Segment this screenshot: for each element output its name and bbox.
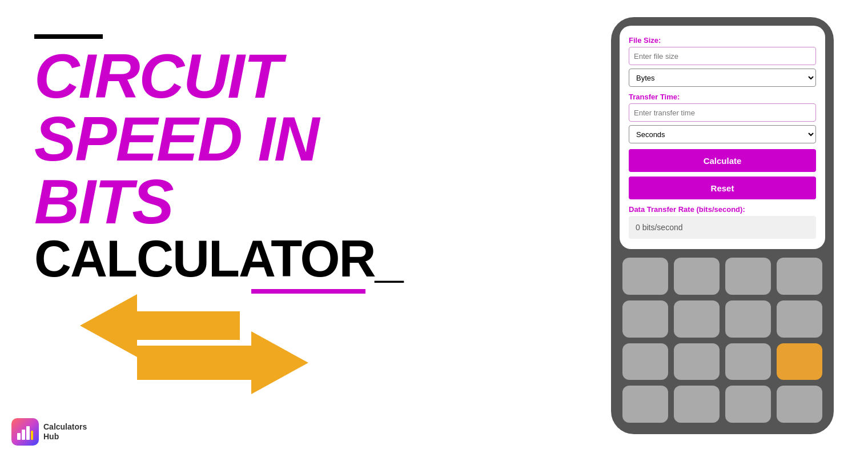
- arrow-right-icon: [137, 331, 308, 396]
- key-1[interactable]: [622, 258, 668, 295]
- svg-rect-4: [26, 426, 30, 440]
- key-9[interactable]: [622, 343, 668, 380]
- key-7[interactable]: [725, 300, 771, 338]
- svg-rect-3: [22, 430, 25, 440]
- key-2[interactable]: [674, 258, 720, 295]
- arrows-container: [80, 280, 343, 423]
- file-size-input[interactable]: [629, 47, 816, 65]
- logo-icon: [11, 418, 39, 446]
- top-black-line: [34, 34, 103, 39]
- left-section: CIRCUIT SPEED IN BITS CALCULATOR_: [34, 34, 463, 294]
- logo-name-line1: Calculators: [43, 422, 87, 432]
- key-5[interactable]: [622, 300, 668, 338]
- title-speed-in-bits: SPEED IN BITS: [34, 107, 463, 233]
- file-size-label: File Size:: [629, 36, 816, 45]
- key-6[interactable]: [674, 300, 720, 338]
- file-size-unit-select[interactable]: Bytes Kilobytes Megabytes Gigabytes Tera…: [629, 69, 816, 87]
- key-13[interactable]: [622, 386, 668, 423]
- key-4[interactable]: [777, 258, 822, 295]
- title-circuit: CIRCUIT: [34, 45, 463, 107]
- key-8[interactable]: [777, 300, 822, 338]
- result-value: 0 bits/second: [629, 216, 816, 239]
- calculator-device: File Size: Bytes Kilobytes Megabytes Gig…: [611, 17, 834, 434]
- logo-text: Calculators Hub: [43, 422, 87, 442]
- reset-button[interactable]: Reset: [629, 177, 816, 199]
- title-calculator: CALCULATOR_: [34, 233, 463, 284]
- logo-name-line2: Hub: [43, 432, 87, 442]
- svg-rect-5: [31, 431, 33, 440]
- key-14[interactable]: [674, 386, 720, 423]
- result-label: Data Transfer Rate (bits/second):: [629, 205, 816, 214]
- key-10[interactable]: [674, 343, 720, 380]
- keypad: [620, 255, 825, 426]
- calculate-button[interactable]: Calculate: [629, 149, 816, 172]
- key-11[interactable]: [725, 343, 771, 380]
- key-16[interactable]: [777, 386, 822, 423]
- logo: Calculators Hub: [11, 418, 87, 446]
- transfer-time-input[interactable]: [629, 103, 816, 122]
- key-15[interactable]: [725, 386, 771, 423]
- transfer-time-label: Transfer Time:: [629, 93, 816, 101]
- key-orange[interactable]: [777, 343, 822, 380]
- key-3[interactable]: [725, 258, 771, 295]
- svg-rect-2: [17, 433, 21, 440]
- calculator-screen: File Size: Bytes Kilobytes Megabytes Gig…: [620, 26, 825, 249]
- transfer-time-unit-select[interactable]: Seconds Minutes Hours: [629, 125, 816, 143]
- svg-marker-1: [137, 331, 308, 394]
